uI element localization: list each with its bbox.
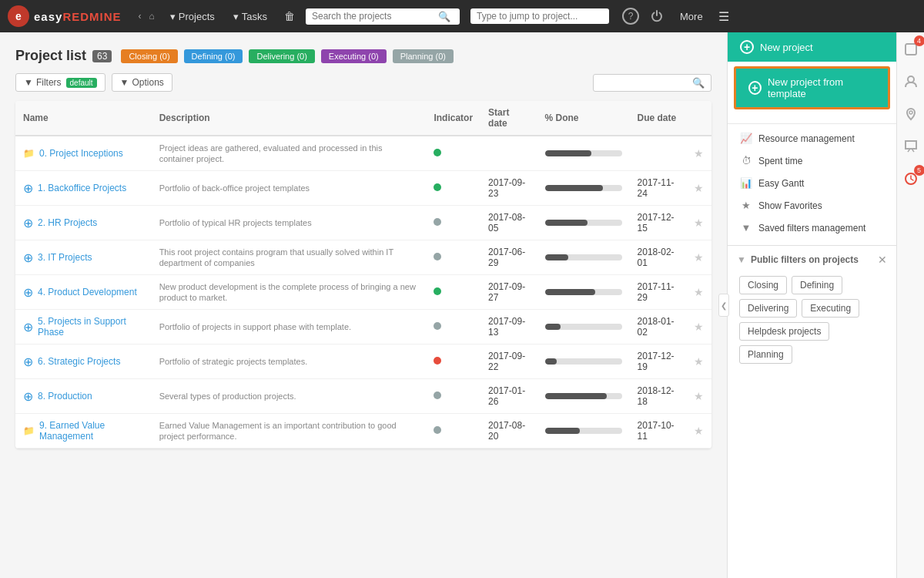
favorite-star-icon[interactable]: ★ bbox=[694, 321, 704, 333]
plus-expand-icon[interactable]: ⊕ bbox=[23, 181, 33, 196]
folder-icon: 📁 bbox=[23, 148, 35, 159]
project-link[interactable]: 8. Production bbox=[38, 391, 92, 402]
power-icon[interactable] bbox=[646, 5, 668, 27]
project-name-cell: ⊕ 6. Strategic Projects bbox=[23, 355, 144, 369]
new-project-button[interactable]: + New project bbox=[728, 32, 896, 62]
clock-badge: 5 bbox=[914, 165, 925, 176]
sidebar-user-icon[interactable] bbox=[900, 71, 922, 92]
jump-input[interactable] bbox=[477, 11, 592, 22]
nav-projects-label: Projects bbox=[179, 11, 215, 22]
plus-expand-icon[interactable]: ⊕ bbox=[23, 389, 33, 404]
options-button[interactable]: ▼ Options bbox=[112, 73, 172, 92]
public-filters-header: ▼ Public filters on projects ✕ bbox=[737, 254, 887, 266]
favorite-star-icon[interactable]: ★ bbox=[694, 390, 704, 402]
resource-management-item[interactable]: 📈 Resource management bbox=[728, 127, 896, 150]
tab-defining[interactable]: Defining (0) bbox=[184, 49, 243, 63]
filter-default-badge: default bbox=[66, 78, 97, 88]
star-filled-icon: ★ bbox=[740, 200, 752, 211]
spent-time-item[interactable]: ⏱ Spent time bbox=[728, 150, 896, 172]
progress-bar bbox=[545, 289, 622, 295]
filters-label: Filters bbox=[36, 77, 62, 88]
favorite-star-icon[interactable]: ★ bbox=[694, 425, 704, 437]
table-search-input[interactable] bbox=[600, 77, 692, 88]
favorite-star-icon[interactable]: ★ bbox=[694, 355, 704, 368]
project-link[interactable]: 3. IT Projects bbox=[38, 252, 92, 263]
start-date: 2017-09-13 bbox=[488, 316, 525, 338]
filters-button[interactable]: ▼ Filters default bbox=[15, 73, 105, 92]
easy-gantt-item[interactable]: 📊 Easy Gantt bbox=[728, 172, 896, 194]
sidebar-clock-icon[interactable]: 5 bbox=[900, 168, 922, 190]
hamburger-icon[interactable]: ☰ bbox=[715, 6, 732, 27]
search-icon: 🔍 bbox=[438, 11, 450, 22]
favorite-star-icon[interactable]: ★ bbox=[694, 182, 704, 194]
filter-tag[interactable]: Closing bbox=[739, 276, 787, 294]
favorite-star-icon[interactable]: ★ bbox=[694, 147, 704, 160]
filter-tag[interactable]: Executing bbox=[802, 299, 859, 318]
indicator-dot bbox=[434, 183, 441, 191]
project-link[interactable]: 0. Project Inceptions bbox=[39, 148, 123, 159]
panel-collapse-button[interactable]: ❮ bbox=[718, 294, 729, 317]
tab-planning[interactable]: Planning (0) bbox=[393, 49, 454, 63]
resource-management-label: Resource management bbox=[758, 133, 855, 144]
notification-badge: 4 bbox=[914, 35, 925, 46]
new-project-template-plus-icon: + bbox=[748, 81, 762, 95]
help-icon[interactable]: ? bbox=[620, 5, 641, 27]
project-link[interactable]: 5. Projects in Support Phase bbox=[38, 316, 144, 338]
more-label[interactable]: More bbox=[674, 8, 709, 25]
plus-expand-icon[interactable]: ⊕ bbox=[23, 216, 33, 230]
favorite-star-icon[interactable]: ★ bbox=[694, 217, 704, 229]
nav-projects[interactable]: ▾ Projects bbox=[164, 8, 221, 25]
nav-back-icon[interactable]: ‹ bbox=[136, 9, 145, 23]
new-project-plus-icon: + bbox=[740, 40, 754, 54]
tab-executing[interactable]: Executing (0) bbox=[321, 49, 387, 63]
progress-bar-fill bbox=[545, 220, 588, 226]
project-link[interactable]: 9. Earned Value Management bbox=[39, 420, 144, 442]
plus-expand-icon[interactable]: ⊕ bbox=[23, 320, 33, 334]
project-description: Earned Value Management is an important … bbox=[159, 421, 397, 441]
search-input[interactable] bbox=[312, 11, 435, 22]
favorite-star-icon[interactable]: ★ bbox=[694, 251, 704, 264]
project-name-cell: ⊕ 8. Production bbox=[23, 389, 144, 404]
logo[interactable]: e easyREDMINE bbox=[8, 5, 122, 27]
table-row: ⊕ 6. Strategic Projects Portfolio of str… bbox=[15, 344, 711, 379]
project-name-cell: ⊕ 2. HR Projects bbox=[23, 216, 144, 230]
due-date: 2017-12-15 bbox=[638, 212, 675, 234]
project-link[interactable]: 6. Strategic Projects bbox=[38, 356, 120, 367]
indicator-dot bbox=[434, 287, 441, 295]
saved-filters-item[interactable]: ▼ Saved filters management bbox=[728, 217, 896, 239]
project-name-cell: ⊕ 4. Product Development bbox=[23, 285, 144, 300]
project-link[interactable]: 2. HR Projects bbox=[38, 217, 97, 228]
filter-tag[interactable]: Planning bbox=[739, 345, 792, 364]
col-start-date: Start date bbox=[480, 101, 537, 136]
table-row: ⊕ 4. Product Development New product dev… bbox=[15, 275, 711, 310]
plus-expand-icon[interactable]: ⊕ bbox=[23, 250, 33, 265]
project-link[interactable]: 1. Backoffice Projects bbox=[38, 183, 126, 193]
favorite-star-icon[interactable]: ★ bbox=[694, 286, 704, 298]
start-date: 2017-08-20 bbox=[488, 420, 525, 442]
filter-tag[interactable]: Helpdesk projects bbox=[739, 322, 829, 341]
new-project-from-template-button[interactable]: + New project from template bbox=[734, 66, 890, 109]
progress-bar bbox=[545, 358, 622, 365]
table-row: ⊕ 3. IT Projects This root project conta… bbox=[15, 240, 711, 275]
public-filters-close-icon[interactable]: ✕ bbox=[878, 254, 887, 266]
col-name: Name bbox=[15, 101, 152, 136]
project-link[interactable]: 4. Product Development bbox=[38, 287, 137, 297]
progress-bar-fill bbox=[545, 254, 568, 260]
plus-expand-icon[interactable]: ⊕ bbox=[23, 285, 33, 300]
start-date: 2017-09-27 bbox=[488, 281, 525, 303]
col-indicator: Indicator bbox=[426, 101, 480, 136]
sidebar-location-icon[interactable] bbox=[900, 103, 922, 125]
filter-tag[interactable]: Delivering bbox=[739, 299, 797, 318]
sidebar-notification-icon[interactable]: 4 bbox=[900, 39, 922, 60]
delete-icon[interactable]: 🗑 bbox=[280, 7, 300, 25]
plus-expand-icon[interactable]: ⊕ bbox=[23, 355, 33, 369]
menu-divider-1 bbox=[728, 123, 896, 124]
tab-delivering[interactable]: Delivering (0) bbox=[249, 49, 314, 63]
tab-closing[interactable]: Closing (0) bbox=[121, 49, 177, 63]
nav-tasks[interactable]: ▾ Tasks bbox=[227, 8, 273, 25]
nav-home-icon[interactable]: ⌂ bbox=[146, 9, 158, 23]
logo-icon: e bbox=[8, 5, 29, 27]
show-favorites-item[interactable]: ★ Show Favorites bbox=[728, 194, 896, 217]
filter-tag[interactable]: Defining bbox=[792, 276, 842, 294]
sidebar-chat-icon[interactable] bbox=[900, 136, 922, 157]
